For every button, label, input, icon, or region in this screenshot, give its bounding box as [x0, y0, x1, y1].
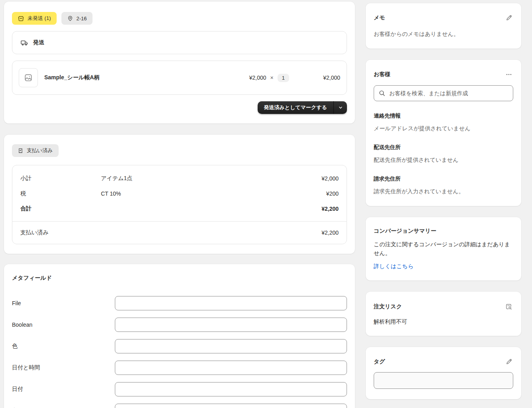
horizontal-dots-icon [505, 71, 512, 78]
paid-badge-label: 支払い済み [27, 147, 53, 154]
view-risk-analysis-button[interactable] [504, 302, 513, 311]
metafield-date-label: 日付 [12, 386, 115, 393]
location-badge-label: 2-16 [77, 16, 87, 22]
total-label: 合計 [20, 205, 101, 212]
location-pin-icon [67, 15, 73, 22]
tax-label: 税 [20, 190, 101, 197]
product-name-link[interactable]: Sample_シール帳A柄 [44, 74, 99, 81]
metafields-title: メタフィールド [12, 275, 347, 282]
shipping-section-header: 発送 [12, 31, 347, 54]
customer-menu-button[interactable] [504, 70, 513, 79]
payment-badges: 支払い済み [12, 144, 347, 157]
tax-row: 税 CT 10% ¥200 [20, 186, 339, 201]
tags-title: タグ [374, 358, 385, 365]
subtotal-label: 小計 [20, 175, 101, 182]
tags-card: タグ [366, 347, 521, 399]
order-risk-header: 注文リスク [374, 302, 513, 311]
fulfillment-card: 未発送 (1) 2-16 [4, 2, 355, 124]
conversion-text: この注文に関するコンバージョンの詳細はまだありません。 [374, 240, 513, 257]
metafield-row-color: 色 [12, 339, 347, 353]
notes-header: メモ [374, 14, 513, 22]
metafields-card: メタフィールド File Boolean 色 日付と時間 日付 [4, 264, 355, 408]
notes-empty-text: お客様からのメモはありません。 [374, 30, 513, 38]
billing-address-text: 請求先住所が入力されていません。 [374, 187, 513, 196]
customer-card: お客様 連絡先情報 メールアドレスが提供されていません 配送先住所 配送先住所 [366, 60, 521, 206]
customer-header: お客様 [374, 70, 513, 79]
file-search-icon [505, 303, 512, 310]
metafield-datetime-label: 日付と時間 [12, 364, 115, 371]
edit-notes-button[interactable] [505, 14, 513, 22]
metafield-datetime-input[interactable] [115, 361, 347, 375]
metafield-color-label: 色 [12, 343, 115, 350]
unfulfilled-icon [18, 15, 24, 22]
times-sign: × [270, 75, 274, 81]
main-column: 未発送 (1) 2-16 [4, 2, 355, 408]
order-risk-text: 解析利用不可 [374, 318, 513, 326]
metafield-color-input[interactable] [115, 339, 347, 353]
metafield-product-input[interactable] [115, 404, 347, 408]
paid-row-label: 支払い済み [20, 229, 49, 236]
payment-rows: 小計 アイテム1点 ¥2,000 税 CT 10% ¥200 合計 ¥2,200 [12, 165, 347, 221]
fulfillment-actions: 発送済みとしてマークする [12, 101, 347, 114]
payment-card: 支払い済み 小計 アイテム1点 ¥2,000 税 CT 10% ¥200 合計 [4, 135, 355, 254]
order-risk-title: 注文リスク [374, 303, 402, 310]
metafield-date-input[interactable] [115, 382, 347, 396]
metafield-boolean-label: Boolean [12, 322, 115, 328]
subtotal-detail: アイテム1点 [101, 175, 321, 182]
metafield-row-product: 商品 [12, 404, 347, 408]
unit-price-group: ¥2,000 × 1 [249, 74, 289, 82]
shipping-address-heading: 配送先住所 [374, 144, 513, 151]
metafield-file-input[interactable] [115, 296, 347, 310]
tags-input[interactable] [374, 372, 513, 389]
subtotal-amount: ¥2,000 [321, 175, 339, 182]
mark-fulfilled-dropdown-button[interactable] [333, 101, 347, 114]
notes-title: メモ [374, 14, 385, 22]
fulfillment-badges: 未発送 (1) 2-16 [12, 12, 347, 25]
pencil-icon [506, 358, 512, 365]
total-amount: ¥2,200 [321, 206, 339, 212]
receipt-check-icon [18, 148, 24, 154]
subtotal-row: 小計 アイテム1点 ¥2,000 [20, 171, 339, 186]
conversion-card: コンバージョンサマリー この注文に関するコンバージョンの詳細はまだありません。 … [366, 217, 521, 280]
search-icon [378, 90, 386, 97]
contact-info-heading: 連絡先情報 [374, 112, 513, 120]
metafield-file-label: File [12, 300, 115, 306]
unfulfilled-badge: 未発送 (1) [12, 12, 57, 25]
tags-header: タグ [374, 357, 513, 366]
notes-card: メモ お客様からのメモはありません。 [366, 3, 521, 49]
metafield-boolean-input[interactable] [115, 318, 347, 332]
sidebar: メモ お客様からのメモはありません。 お客様 [366, 3, 521, 408]
metafield-row-datetime: 日付と時間 [12, 361, 347, 375]
mark-fulfilled-split-button: 発送済みとしてマークする [258, 101, 347, 114]
paid-badge: 支払い済み [12, 144, 59, 157]
metafields-rows: File Boolean 色 日付と時間 日付 商品 [12, 296, 347, 408]
billing-address-heading: 請求先住所 [374, 175, 513, 182]
customer-search-input[interactable] [374, 85, 513, 101]
customer-title: お客様 [374, 71, 390, 78]
mark-fulfilled-button[interactable]: 発送済みとしてマークする [258, 101, 333, 114]
learn-more-link[interactable]: 詳しくはこちら [374, 263, 414, 270]
line-item-row: Sample_シール帳A柄 ¥2,000 × 1 ¥2,000 [12, 61, 347, 95]
edit-tags-button[interactable] [505, 357, 513, 366]
chevron-down-icon [338, 105, 343, 110]
shipping-section-title: 発送 [33, 39, 44, 46]
shipping-address-text: 配送先住所が提供されていません [374, 156, 513, 164]
metafield-row-boolean: Boolean [12, 318, 347, 332]
metafield-row-date: 日付 [12, 382, 347, 396]
paid-row: 支払い済み ¥2,200 [12, 222, 347, 244]
metafield-row-file: File [12, 296, 347, 310]
order-risk-card: 注文リスク 解析利用不可 [366, 292, 521, 336]
unfulfilled-badge-label: 未発送 (1) [28, 15, 51, 22]
pencil-icon [506, 14, 512, 21]
product-thumbnail[interactable] [19, 68, 38, 87]
tax-detail: CT 10% [101, 190, 326, 197]
location-badge: 2-16 [61, 12, 93, 25]
contact-info-text: メールアドレスが提供されていません [374, 124, 513, 133]
delivery-truck-icon [20, 39, 28, 47]
total-row: 合計 ¥2,200 [20, 201, 339, 216]
paid-row-amount: ¥2,200 [321, 230, 339, 236]
quantity-pill: 1 [278, 74, 289, 82]
line-total: ¥2,000 [296, 75, 340, 81]
conversion-title: コンバージョンサマリー [374, 228, 513, 235]
tax-amount: ¥200 [326, 190, 339, 197]
